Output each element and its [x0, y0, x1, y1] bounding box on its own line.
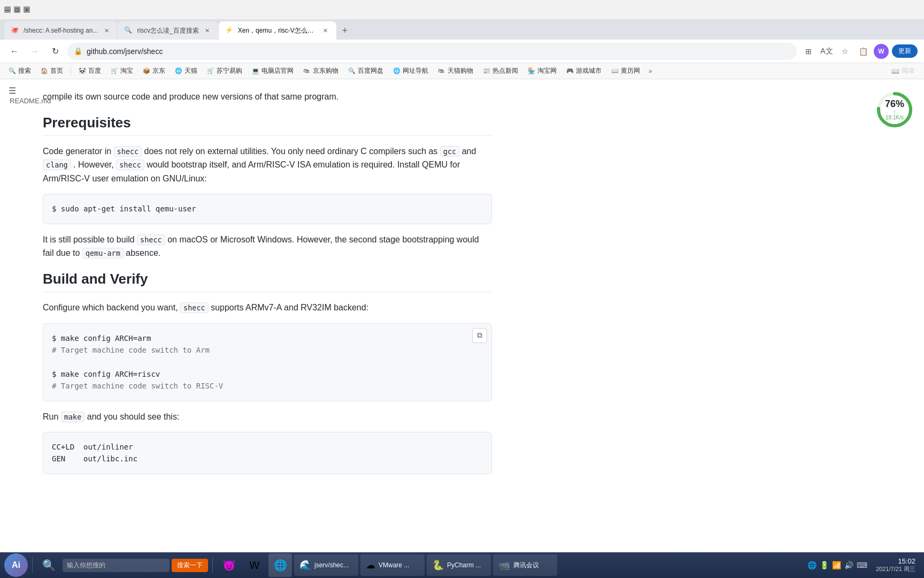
browser-chrome: — ⊡ ✕ 🐙 /shecc: A self-hosting an... ✕ 🔍… — [0, 0, 924, 79]
bookmark-label: 网址导航 — [403, 66, 428, 75]
code-line-3: $ make config ARCH=riscv — [52, 368, 483, 380]
bookmark-label: 淘宝网 — [537, 66, 557, 75]
bookmark-tmallshop[interactable]: 🛍 天猫购物 — [434, 65, 478, 77]
bookmark-label: 淘宝 — [120, 66, 133, 75]
reload-button[interactable]: ↻ — [47, 43, 63, 59]
bookmark-favicon-jd: 📦 — [143, 67, 150, 75]
tab-title-baidu: riscv怎么读_百度搜索 — [137, 26, 198, 35]
ai-label: Ai — [12, 560, 20, 570]
taskbar-app-icon-pycharm: 🐍 — [432, 559, 444, 571]
prerequisites-heading: Prerequisites — [43, 115, 492, 136]
bookmark-baidu[interactable]: 🐼 百度 — [74, 65, 105, 77]
tab-close-shecc[interactable]: ✕ — [102, 26, 111, 35]
maximize-button[interactable]: ⊡ — [14, 6, 20, 13]
start-button[interactable]: Ai — [4, 553, 28, 577]
bookmark-label: 百度 — [88, 66, 101, 75]
taskbar-search-button[interactable]: 搜索一下 — [172, 559, 208, 572]
update-button[interactable]: 更新 — [892, 44, 918, 58]
bookmark-favicon-nav: 🌐 — [393, 67, 401, 75]
profile-button[interactable]: W — [874, 44, 889, 59]
bookmarks-bar: 🔍 搜索 🏠 首页 🐼 百度 🛒 淘宝 📦 京东 🌐 天猫 🛒 苏宁易购 — [0, 63, 924, 79]
bookmark-home[interactable]: 🏠 首页 — [36, 65, 67, 77]
bookmark-label: 黄历网 — [621, 66, 640, 75]
bookmark-favicon-search: 🔍 — [9, 67, 16, 75]
taskbar-divider-1 — [32, 557, 33, 573]
taskbar-search-bar[interactable]: 输入你想搜的 — [63, 559, 170, 572]
taskbar-icon-word[interactable]: W — [243, 553, 266, 577]
forward-button[interactable]: → — [27, 43, 43, 59]
clock-time: 15:02 — [876, 557, 915, 565]
bookmark-taobao2[interactable]: 🏪 淘宝网 — [523, 65, 561, 77]
systray-wifi-icon[interactable]: 📶 — [832, 561, 841, 569]
ai-button[interactable]: Ai — [4, 553, 28, 577]
tab-title-shecc: /shecc: A self-hosting an... — [24, 27, 98, 34]
code-line-4: # Target machine code switch to RISC-V — [52, 380, 483, 392]
bookmark-news[interactable]: 📰 热点新闻 — [479, 65, 522, 77]
bookmark-favicon-news: 📰 — [483, 67, 490, 75]
systray-volume-icon[interactable]: 🔊 — [844, 561, 853, 569]
taskbar-app-label-jserv: jserv/shec... — [314, 561, 349, 569]
code-shecc-2: shecc — [116, 159, 144, 170]
favorites-button[interactable]: ☆ — [837, 44, 852, 59]
run-make-p: Run make and you should see this: — [43, 410, 492, 424]
bookmark-taobao[interactable]: 🛒 淘宝 — [106, 65, 137, 77]
systray-battery-icon[interactable]: 🔋 — [820, 561, 829, 569]
progress-percent: 76% — [885, 99, 904, 109]
extensions-button[interactable]: ⊞ — [801, 44, 816, 59]
taskbar-icon-devil[interactable]: 😈 — [217, 553, 241, 577]
taskbar-icon-edge[interactable]: 🌐 — [268, 553, 292, 577]
code-clang: clang — [43, 159, 71, 170]
code-make: make — [61, 412, 85, 422]
bookmark-label: 天猫 — [184, 66, 197, 75]
prerequisites-p2: It is still possible to build shecc on m… — [43, 233, 492, 260]
bookmark-nav[interactable]: 🌐 网址导航 — [389, 65, 433, 77]
taskbar-app-label-pycharm: PyCharm ... — [447, 561, 481, 569]
taskbar-app-tencent[interactable]: 📹 腾讯会议 — [493, 554, 557, 576]
minimize-button[interactable]: — — [4, 6, 11, 13]
reading-icon: 📖 — [891, 67, 899, 75]
toc-toggle-button[interactable]: ☰ — [9, 86, 24, 96]
taskbar-app-pycharm[interactable]: 🐍 PyCharm ... — [427, 554, 491, 576]
copy-button[interactable]: ⧉ — [472, 328, 487, 343]
systray: 🌐 🔋 📶 🔊 ⌨ — [807, 561, 867, 569]
bookmarks-more-button[interactable]: » — [645, 66, 656, 76]
lock-icon: 🔒 — [74, 47, 82, 55]
taskbar-search-icon[interactable]: 🔍 — [37, 553, 60, 577]
bookmark-tmall[interactable]: 🌐 天猫 — [171, 65, 202, 77]
bookmark-favicon-tmall: 🌐 — [175, 67, 182, 75]
back-button[interactable]: ← — [6, 43, 22, 59]
tab-xen[interactable]: ⚡ Xen，qemu，risc-V怎么读？-... ✕ — [219, 21, 336, 40]
translate-button[interactable]: A文 — [819, 44, 834, 59]
tab-close-baidu[interactable]: ✕ — [203, 26, 212, 35]
bookmark-jd[interactable]: 📦 京东 — [138, 65, 170, 77]
bookmark-baidupan[interactable]: 🔍 百度网盘 — [344, 65, 388, 77]
taskbar-app-vmware[interactable]: ☁ VMware ... — [360, 554, 425, 576]
collections-button[interactable]: 📋 — [856, 44, 871, 59]
bookmark-favicon-tmallshop: 🛍 — [438, 67, 445, 75]
taskbar-app-icon-vmware: ☁ — [366, 559, 375, 571]
address-bar[interactable]: 🔒 github.com/jserv/shecc — [67, 43, 797, 60]
bookmark-jdshopping[interactable]: 🛍 京东购物 — [299, 65, 343, 77]
tab-shecc[interactable]: 🐙 /shecc: A self-hosting an... ✕ — [4, 21, 117, 40]
bookmark-favicon-huangli: 📖 — [611, 67, 619, 75]
taskbar-app-jserv[interactable]: 🌊 jserv/shec... — [294, 554, 358, 576]
bookmark-label: 热点新闻 — [492, 66, 518, 75]
taskbar-clock[interactable]: 15:02 2021/7/21 周三 — [872, 557, 920, 573]
clock-date: 2021/7/21 周三 — [876, 565, 915, 573]
code-shecc-1: shecc — [114, 146, 142, 157]
bookmark-search[interactable]: 🔍 搜索 — [4, 65, 35, 77]
tabs-bar: 🐙 /shecc: A self-hosting an... ✕ 🔍 riscv… — [0, 19, 924, 40]
tab-baidu[interactable]: 🔍 riscv怎么读_百度搜索 ✕ — [118, 21, 218, 40]
new-tab-button[interactable]: + — [337, 21, 353, 40]
reading-mode-button[interactable]: 📖 阅读 — [886, 64, 920, 78]
bookmark-pcstore[interactable]: 💻 电脑店官网 — [248, 65, 298, 77]
bookmark-huangli[interactable]: 📖 黄历网 — [607, 65, 644, 77]
title-bar: — ⊡ ✕ — [0, 0, 924, 19]
bookmark-games[interactable]: 🎮 游戏城市 — [562, 65, 606, 77]
close-window-button[interactable]: ✕ — [24, 6, 30, 13]
tab-close-xen[interactable]: ✕ — [321, 26, 330, 35]
intro-text: compile its own source code and produce … — [43, 92, 338, 101]
bookmark-suning[interactable]: 🛒 苏宁易购 — [203, 65, 247, 77]
systray-input-icon[interactable]: ⌨ — [857, 561, 867, 569]
systray-network-icon[interactable]: 🌐 — [807, 561, 817, 569]
